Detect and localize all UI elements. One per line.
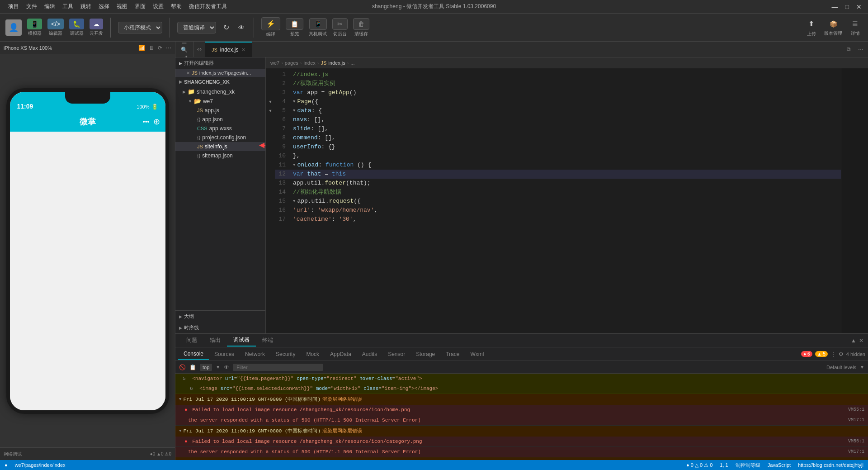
menu-item-tool[interactable]: 工具 bbox=[59, 3, 77, 10]
close-button[interactable]: ✕ bbox=[854, 3, 863, 10]
error-3-collapse[interactable]: ▼ bbox=[179, 459, 181, 460]
menu-item-edit[interactable]: 编辑 bbox=[41, 3, 59, 10]
version-button[interactable]: 📦 bbox=[825, 19, 842, 29]
timeline-section[interactable]: ▶ 时序线 bbox=[175, 322, 265, 333]
panel-up-icon[interactable]: ▲ bbox=[851, 337, 856, 344]
dt-tab-security[interactable]: Security bbox=[270, 349, 301, 359]
dt-tab-appdata[interactable]: AppData bbox=[325, 349, 357, 359]
folder-we7[interactable]: ▼ 📂 we7 bbox=[175, 96, 265, 106]
refresh-button[interactable]: ↻ bbox=[222, 21, 231, 33]
compile-select[interactable]: 普通编译 bbox=[177, 22, 216, 33]
console-level-arrow[interactable]: ▼ bbox=[860, 365, 864, 370]
fold-icon-4[interactable]: ▼ bbox=[293, 97, 297, 106]
menu-item-help[interactable]: 帮助 bbox=[167, 3, 185, 10]
tab-close-icon[interactable]: ✕ bbox=[241, 47, 245, 53]
console-filter-input[interactable] bbox=[233, 364, 323, 371]
error-2-header[interactable]: ▼ Fri Jul 17 2020 11:00:19 GMT+0800 (中国标… bbox=[175, 426, 868, 437]
tab-terminal[interactable]: 终端 bbox=[256, 335, 279, 346]
console-clear-icon[interactable]: 🚫 bbox=[179, 364, 186, 370]
compile-button[interactable]: ⚡ bbox=[261, 17, 280, 30]
menu-item-wechat[interactable]: 微信开发者工具 bbox=[185, 3, 231, 10]
dt-tab-wxml[interactable]: Wxml bbox=[465, 349, 489, 359]
mode-select[interactable]: 小程序模式 bbox=[118, 22, 162, 33]
dt-settings-icon[interactable]: ⚙ bbox=[839, 351, 844, 357]
fold-icon-11[interactable]: ▼ bbox=[293, 161, 297, 170]
status-url[interactable]: https://blog.csdn.net/datqjhtyji bbox=[798, 462, 863, 468]
sim-wifi-icon[interactable]: 📶 bbox=[138, 45, 145, 51]
dt-tab-console[interactable]: Console bbox=[178, 349, 209, 360]
console-top-arrow[interactable]: ▼ bbox=[216, 365, 220, 370]
cloud-button[interactable]: ☁ bbox=[90, 19, 103, 29]
search-icon[interactable]: 🔍 bbox=[181, 47, 188, 53]
file-tree-icon[interactable]: ☰ bbox=[181, 42, 187, 45]
preview-button[interactable]: 📋 bbox=[286, 18, 303, 30]
simulator-button[interactable]: 📱 bbox=[27, 19, 42, 29]
tab-problems[interactable]: 问题 bbox=[180, 335, 203, 346]
minimize-button[interactable]: — bbox=[830, 3, 840, 10]
menu-item-project[interactable]: 项目 bbox=[5, 3, 23, 10]
maximize-button[interactable]: □ bbox=[844, 3, 851, 10]
real-machine-button[interactable]: 📱 bbox=[309, 18, 327, 30]
upload-button[interactable]: ⬆ bbox=[804, 18, 819, 30]
menu-item-jump[interactable]: 跳转 bbox=[77, 3, 95, 10]
console-content[interactable]: 5 <navigator url="{{item.pagePath}}" ope… bbox=[175, 374, 868, 460]
panel-close-icon[interactable]: ✕ bbox=[859, 337, 863, 344]
outline-section[interactable]: ▶ 大纲 bbox=[175, 310, 265, 322]
tab-debugger[interactable]: 调试器 bbox=[227, 334, 256, 347]
sim-screen-icon[interactable]: 🖥 bbox=[149, 45, 154, 51]
file-appwxss[interactable]: CSS app.wxss bbox=[175, 124, 265, 133]
error-3-header[interactable]: ▼ Fri Jul 17 2020 11:00:19 GMT+0800 (中国标… bbox=[175, 457, 868, 460]
user-avatar[interactable]: 👤 bbox=[5, 19, 22, 36]
breadcrumb-we7[interactable]: we7 bbox=[270, 60, 279, 66]
dt-tab-sources[interactable]: Sources bbox=[209, 349, 240, 359]
code-content[interactable]: ▼ ▼ 1 //index.js 2 //获取应用实例 bbox=[266, 68, 868, 333]
file-siteinfo[interactable]: JS siteinfo.js bbox=[175, 142, 265, 151]
file-sitemap[interactable]: {} sitemap.json bbox=[175, 151, 265, 160]
menu-item-file[interactable]: 文件 bbox=[23, 3, 41, 10]
breadcrumb-more[interactable]: ... bbox=[350, 60, 354, 66]
more-editor-icon[interactable]: ⋯ bbox=[855, 45, 866, 53]
dt-tab-trace[interactable]: Trace bbox=[440, 349, 465, 359]
expand-icon[interactable]: ⇔ bbox=[195, 45, 203, 53]
clean-button[interactable]: 🗑 bbox=[353, 18, 369, 30]
split-editor-icon[interactable]: ⧉ bbox=[844, 45, 854, 53]
menu-item-interface[interactable]: 界面 bbox=[131, 3, 149, 10]
dt-tab-mock[interactable]: Mock bbox=[301, 349, 325, 359]
fold-icon-15[interactable]: ▼ bbox=[293, 197, 297, 206]
file-projectconfig[interactable]: {} project.config.json bbox=[175, 133, 265, 142]
sim-rotate-icon[interactable]: ⟳ bbox=[158, 45, 162, 51]
folder-shangcheng[interactable]: ▶ 📁 shangcheng_xk bbox=[175, 87, 265, 96]
sim-menu-icon[interactable]: ⋯ bbox=[166, 45, 171, 51]
file-appjson[interactable]: {} app.json bbox=[175, 115, 265, 124]
menu-item-settings[interactable]: 设置 bbox=[149, 3, 167, 10]
cut-button[interactable]: ✂ bbox=[332, 18, 348, 30]
console-log-icon[interactable]: 📋 bbox=[189, 364, 196, 370]
editor-button[interactable]: </> bbox=[47, 19, 64, 29]
dt-tab-audits[interactable]: Audits bbox=[357, 349, 382, 359]
error-2-collapse[interactable]: ▼ bbox=[179, 427, 181, 435]
dt-tab-storage[interactable]: Storage bbox=[410, 349, 440, 359]
tab-output[interactable]: 输出 bbox=[203, 335, 227, 346]
menu-item-view[interactable]: 视图 bbox=[113, 3, 131, 10]
dt-tab-sensor[interactable]: Sensor bbox=[382, 349, 410, 359]
dt-more-icon[interactable]: ⋮ bbox=[830, 351, 836, 357]
root-folder-header[interactable]: ▶ SHANGCHENG_XK bbox=[175, 77, 265, 87]
console-top-label[interactable]: top bbox=[200, 364, 212, 371]
menu-item-select[interactable]: 选择 bbox=[95, 3, 113, 10]
error-1-collapse[interactable]: ▼ bbox=[179, 395, 181, 404]
editor-tab-indexjs[interactable]: JS index.js ✕ bbox=[205, 42, 252, 57]
dt-tab-network[interactable]: Network bbox=[240, 349, 270, 359]
open-editors-header[interactable]: ▶ 打开的编辑器 bbox=[175, 57, 265, 69]
close-file-icon[interactable]: ✕ bbox=[186, 71, 190, 76]
detail-button[interactable]: ☰ bbox=[848, 19, 863, 29]
breadcrumb-index[interactable]: index bbox=[304, 60, 316, 66]
error-1-header[interactable]: ▼ Fri Jul 17 2020 11:00:19 GMT+0800 (中国标… bbox=[175, 394, 868, 405]
breadcrumb-pages[interactable]: pages bbox=[285, 60, 298, 66]
preview-toggle-button[interactable]: 👁 bbox=[236, 22, 246, 33]
file-appjs[interactable]: JS app.js bbox=[175, 106, 265, 115]
fold-icon-5[interactable]: ▼ bbox=[293, 106, 297, 115]
breadcrumb-filename[interactable]: index.js bbox=[328, 60, 345, 66]
debugger-button[interactable]: 🐛 bbox=[69, 19, 84, 29]
console-eye-icon[interactable]: 👁 bbox=[224, 364, 229, 370]
open-file-indexjs[interactable]: ✕ JS index.js we7\pages\in... bbox=[175, 69, 265, 77]
